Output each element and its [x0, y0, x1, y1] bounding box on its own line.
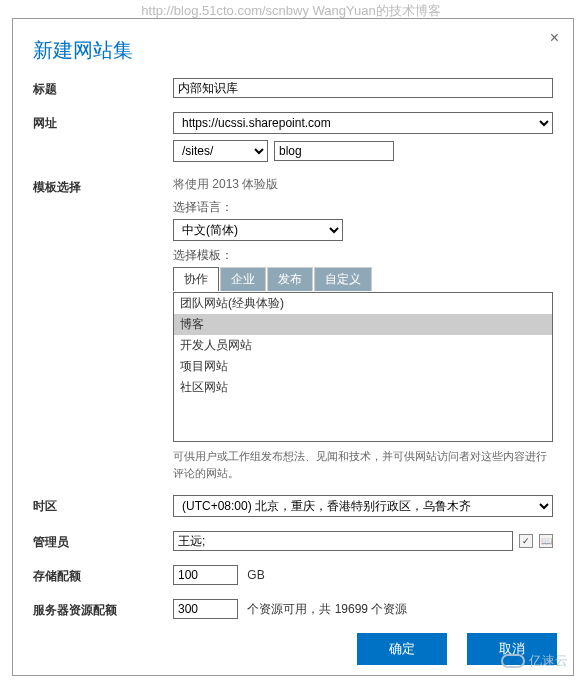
template-label: 模板选择	[33, 176, 173, 196]
form-scroll-area[interactable]: 标题 网址 https://ucssi.sharepoint.com /site…	[13, 78, 573, 622]
list-item[interactable]: 项目网站	[174, 356, 552, 377]
select-template-label: 选择模板：	[173, 247, 553, 264]
domain-select[interactable]: https://ucssi.sharepoint.com	[173, 112, 553, 134]
brand-text: 亿速云	[529, 652, 568, 670]
storage-unit: GB	[247, 568, 264, 582]
template-description: 可供用户或工作组发布想法、见闻和技术，并可供网站访问者对这些内容进行评论的网站。	[173, 448, 553, 481]
tab-publish[interactable]: 发布	[267, 267, 313, 291]
storage-input[interactable]	[173, 565, 238, 585]
admin-label: 管理员	[33, 531, 173, 551]
list-item[interactable]: 团队网站(经典体验)	[174, 293, 552, 314]
path-select[interactable]: /sites/	[173, 140, 268, 162]
people-picker-icon[interactable]: 📖	[539, 534, 553, 548]
experience-hint: 将使用 2013 体验版	[173, 176, 553, 193]
dialog-title: 新建网站集	[13, 19, 573, 78]
timezone-label: 时区	[33, 495, 173, 515]
ok-button[interactable]: 确定	[357, 633, 447, 665]
template-tabs: 协作 企业 发布 自定义	[173, 267, 553, 292]
template-list[interactable]: 团队网站(经典体验) 博客 开发人员网站 项目网站 社区网站	[173, 292, 553, 442]
server-resource-input[interactable]	[173, 599, 238, 619]
dialog-footer: 确定 取消	[13, 622, 573, 675]
site-path-input[interactable]	[274, 141, 394, 161]
url-label: 网址	[33, 112, 173, 132]
server-resource-label: 服务器资源配额	[33, 599, 173, 619]
list-item[interactable]: 开发人员网站	[174, 335, 552, 356]
check-name-icon[interactable]: ✓	[519, 534, 533, 548]
list-item[interactable]: 社区网站	[174, 377, 552, 398]
new-site-collection-dialog: × 新建网站集 标题 网址 https://ucssi.sharepoint.c…	[12, 18, 574, 676]
title-label: 标题	[33, 78, 173, 98]
admin-input[interactable]	[173, 531, 513, 551]
storage-label: 存储配额	[33, 565, 173, 585]
tab-collaboration[interactable]: 协作	[173, 267, 219, 291]
close-icon[interactable]: ×	[550, 29, 559, 47]
title-input[interactable]	[173, 78, 553, 98]
language-label: 选择语言：	[173, 199, 553, 216]
list-item[interactable]: 博客	[174, 314, 552, 335]
tab-enterprise[interactable]: 企业	[220, 267, 266, 291]
tab-custom[interactable]: 自定义	[314, 267, 372, 291]
source-watermark: http://blog.51cto.com/scnbwy WangYuan的技术…	[0, 2, 582, 20]
timezone-select[interactable]: (UTC+08:00) 北京，重庆，香港特别行政区，乌鲁木齐	[173, 495, 553, 517]
brand-watermark: 亿速云	[501, 652, 568, 670]
language-select[interactable]: 中文(简体)	[173, 219, 343, 241]
cloud-icon	[501, 654, 525, 668]
server-resource-hint: 个资源可用，共 19699 个资源	[247, 602, 407, 616]
